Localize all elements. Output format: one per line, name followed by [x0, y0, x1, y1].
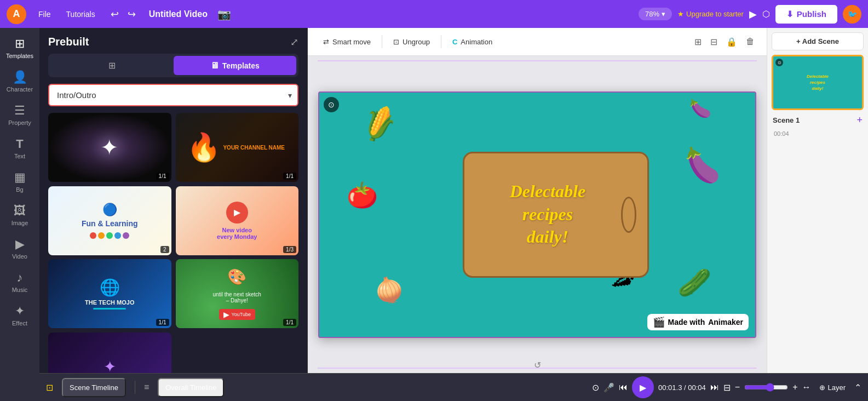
- recipe-text: Delectable recipes daily!: [510, 180, 602, 249]
- mic-icon[interactable]: 🎤: [603, 382, 614, 393]
- project-title[interactable]: Untitled Video: [149, 9, 208, 19]
- captions-icon[interactable]: ⊟: [723, 382, 731, 393]
- sidebar-label-bg: Bg: [16, 186, 23, 193]
- animaker-watermark: 🎬 Made with Animaker: [647, 314, 749, 330]
- lock-button[interactable]: 🔒: [723, 33, 740, 50]
- play-pause-button[interactable]: ▶: [632, 376, 654, 398]
- volume-minus-icon[interactable]: −: [735, 382, 740, 392]
- category-dropdown-container: Intro/Outro All Business Education Sport…: [48, 84, 298, 106]
- upgrade-button[interactable]: ★ Upgrade to starter: [677, 10, 744, 18]
- sidebar-item-templates[interactable]: ⊞ Templates: [2, 32, 37, 64]
- sidebar-label-music: Music: [12, 287, 28, 293]
- sidebar-item-character[interactable]: 👤 Character: [2, 66, 37, 97]
- template-card-5[interactable]: 🌐 THE TECH MOJO 1/1: [48, 259, 171, 328]
- tab-layout[interactable]: ⊞: [50, 56, 174, 75]
- tutorials-menu[interactable]: Tutorials: [60, 7, 102, 22]
- category-dropdown[interactable]: Intro/Outro All Business Education Sport…: [48, 84, 298, 106]
- sidebar-item-effect[interactable]: ✦ Effect: [2, 300, 37, 331]
- toolbar-right: ⊞ ⊟ 🔒 🗑: [691, 33, 758, 50]
- app-logo[interactable]: A: [7, 4, 26, 24]
- tech-mojo-label: THE TECH MOJO: [85, 299, 134, 306]
- sidebar-item-bg[interactable]: ▦ Bg: [2, 166, 37, 197]
- sidebar-label-image: Image: [12, 220, 28, 226]
- sidebar-item-music[interactable]: ♪ Music: [2, 266, 37, 297]
- sidebar-item-video[interactable]: ▶ Video: [2, 233, 37, 264]
- layer-icon: ⊕: [819, 383, 825, 392]
- toolbar-separator-1: [382, 35, 382, 48]
- toolbar-separator-2: [441, 35, 441, 48]
- skip-back-icon[interactable]: ⏮: [619, 382, 628, 392]
- next-sketch-label: until the next sketch– Dahye!: [211, 289, 263, 306]
- template-card-4[interactable]: ▶ New videoevery Monday 1/3: [176, 186, 299, 255]
- grid-toggle-button[interactable]: ⊞: [691, 33, 705, 50]
- zoom-control[interactable]: 78% ▾: [639, 8, 672, 20]
- smart-move-button[interactable]: ⇄ Smart move: [317, 35, 377, 49]
- refresh-icon[interactable]: ↺: [534, 360, 541, 370]
- template-card-1[interactable]: 1/1: [48, 113, 171, 182]
- templates-tab-icon: 🖥: [210, 61, 219, 71]
- expand-icon[interactable]: ⤢: [290, 36, 298, 48]
- scene-thumb-text: Delectablerecipesdaily!: [807, 73, 829, 92]
- bg-icon: ▦: [14, 170, 26, 185]
- template-badge-4: 1/3: [283, 246, 296, 253]
- image-icon: 🖼: [14, 204, 26, 218]
- sidebar-item-property[interactable]: ☰ Property: [2, 99, 37, 130]
- eggplant-decoration: 🍆: [689, 98, 711, 119]
- undo-redo: ↩ ↪: [107, 6, 139, 22]
- layer-label: Layer: [827, 383, 846, 392]
- scene-background: 🌽 🍆 🍆 🥒 🧅 🍅 🌶 Delectable recipes daily!: [319, 93, 755, 337]
- redo-button[interactable]: ↪: [124, 6, 139, 22]
- avatar[interactable]: 🐦: [843, 5, 861, 24]
- fun-learning-label: Fun & Learning: [82, 219, 138, 228]
- file-menu[interactable]: File: [32, 7, 58, 22]
- volume-plus-icon[interactable]: +: [792, 382, 797, 392]
- canvas-area: ⇄ Smart move ⊡ Ungroup C Animation ⊞ ⊟ 🔒…: [308, 28, 767, 401]
- preview-icon[interactable]: ▶: [749, 8, 757, 20]
- animation-button[interactable]: C Animation: [446, 35, 499, 49]
- scene-1-thumbnail[interactable]: Delectablerecipesdaily! ⊙: [772, 55, 864, 110]
- panel-title: Prebuilt: [48, 36, 89, 48]
- template-card-2[interactable]: YOUR CHANNEL NAME 1/1: [176, 113, 299, 182]
- animation-icon: C: [452, 38, 457, 46]
- publish-button[interactable]: ⬇ Publish: [775, 5, 837, 24]
- expand-timeline-icon[interactable]: ⌃: [854, 382, 861, 393]
- skip-forward-icon[interactable]: ⏭: [710, 382, 719, 392]
- overall-timeline-tab[interactable]: Overall Timeline: [158, 378, 224, 397]
- snapshot-icon[interactable]: 📷: [217, 8, 231, 21]
- record-icon[interactable]: ⊙: [592, 382, 599, 393]
- template-badge-2: 1/1: [283, 173, 296, 180]
- sidebar: ⊞ Templates 👤 Character ☰ Property T Tex…: [0, 28, 39, 401]
- scene-timeline-tab[interactable]: Scene Timeline: [62, 378, 126, 397]
- time-display: 00:01.3 / 00:04: [658, 383, 706, 392]
- share-icon[interactable]: ⬡: [762, 9, 770, 19]
- sidebar-label-effect: Effect: [12, 320, 27, 326]
- delete-button[interactable]: 🗑: [743, 33, 758, 50]
- panel-tabs: ⊞ 🖥 Templates: [48, 54, 298, 77]
- layer-button[interactable]: ⊕ Layer: [815, 381, 850, 394]
- template-card-6[interactable]: 🎨 until the next sketch– Dahye! ▶ YouTub…: [176, 259, 299, 328]
- panel-header: Prebuilt ⤢: [39, 28, 307, 54]
- ungroup-button[interactable]: ⊡ Ungroup: [387, 35, 436, 49]
- add-icon[interactable]: +: [856, 114, 863, 126]
- canvas-viewport: 🌽 🍆 🍆 🥒 🧅 🍅 🌶 Delectable recipes daily!: [308, 56, 767, 401]
- scene-1-time: 00:04: [772, 128, 864, 138]
- scene-timeline-icon: ⊡: [46, 382, 53, 393]
- onion-decoration: 🧅: [371, 272, 407, 307]
- undo-button[interactable]: ↩: [107, 6, 122, 22]
- sidebar-item-text[interactable]: T Text: [2, 133, 37, 164]
- template-card-3[interactable]: 🔵 Fun & Learning 2: [48, 186, 171, 255]
- text-icon: T: [16, 137, 23, 151]
- sidebar-item-image[interactable]: 🖼 Image: [2, 199, 37, 231]
- template-badge-6: 1/1: [283, 319, 296, 326]
- smart-move-icon: ⇄: [323, 38, 329, 46]
- align-button[interactable]: ⊟: [707, 33, 721, 50]
- add-scene-button[interactable]: + Add Scene: [772, 32, 864, 50]
- canvas-toolbar: ⇄ Smart move ⊡ Ungroup C Animation ⊞ ⊟ 🔒…: [308, 28, 767, 56]
- sidebar-label-video: Video: [12, 253, 27, 260]
- volume-slider[interactable]: [744, 383, 788, 392]
- resize-icon[interactable]: ↔: [802, 382, 810, 392]
- topbar: A File Tutorials ↩ ↪ Untitled Video 📷 78…: [0, 0, 868, 28]
- tab-templates[interactable]: 🖥 Templates: [174, 56, 297, 75]
- template-badge-3: 2: [160, 246, 169, 253]
- character-icon: 👤: [13, 70, 27, 84]
